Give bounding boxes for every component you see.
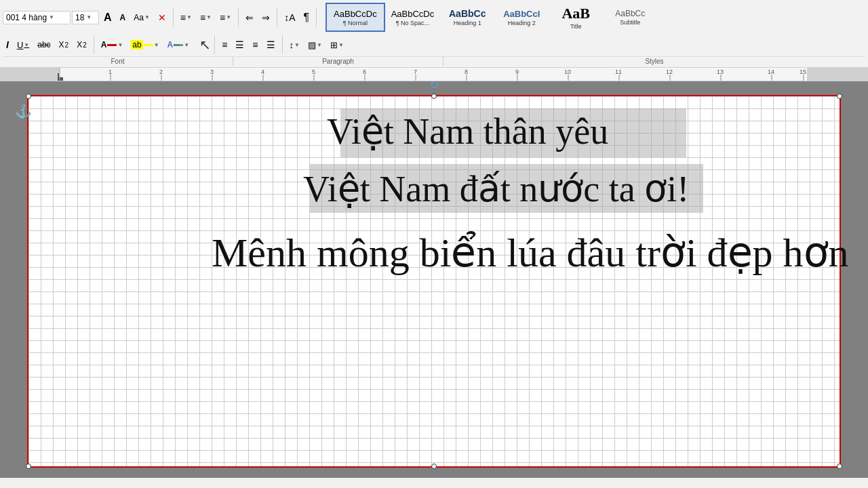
style-no-space[interactable]: AaBbCcDc ¶ No Spac... — [385, 3, 441, 32]
sep4 — [316, 8, 317, 27]
text-effect-group: A ▼ — [164, 37, 193, 53]
multilevel-icon: ≡ — [220, 12, 225, 23]
font-size-chevron: ▼ — [86, 14, 92, 20]
style-heading2[interactable]: AaBbCcI Heading 2 — [494, 3, 549, 32]
style-subtitle-preview: AaBbCc — [615, 9, 645, 18]
cursor-area: ↖ — [199, 37, 211, 53]
italic-button[interactable]: I — [3, 37, 12, 53]
bullets-button[interactable]: ≡ ▼ — [177, 9, 195, 26]
style-h2-preview: AaBbCcI — [503, 9, 540, 19]
toolbar-container: 001 4 hàng ▼ 18 ▼ A A Aa ▼ ✕ ≡ ▼ ≡ ▼ ≡ — [0, 0, 868, 68]
style-subtitle-label: Subtitle — [620, 19, 640, 26]
font-section-label: Font — [3, 57, 233, 66]
numbering-icon: ≡ — [200, 12, 205, 23]
svg-text:2: 2 — [159, 68, 163, 75]
underline-label: U — [17, 40, 23, 50]
font-case-button[interactable]: Aa ▼ — [130, 9, 153, 26]
text-effect-button[interactable]: A ▼ — [164, 37, 193, 53]
style-no-space-preview: AaBbCcDc — [391, 9, 435, 19]
ruler: 1 2 3 4 5 6 7 8 9 10 11 12 13 14 15 — [0, 68, 868, 81]
resize-handle-tl[interactable] — [26, 94, 31, 99]
sort-button[interactable]: ↕A — [281, 9, 298, 26]
font-case-label: Aa — [134, 13, 144, 22]
justify-button[interactable]: ☰ — [263, 37, 279, 53]
font-color-group: A ▼ — [98, 37, 127, 53]
line-spacing-button[interactable]: ↕ ▼ — [286, 37, 303, 53]
text-effect-bar — [174, 44, 183, 46]
show-marks-button[interactable]: ¶ — [300, 9, 313, 26]
svg-text:4: 4 — [261, 68, 264, 75]
doc-line2: Việt Nam đất nước ta ơi! — [303, 167, 689, 210]
highlight-bar — [144, 44, 153, 46]
paragraph-section-label: Paragraph — [233, 57, 443, 66]
line-spacing-icon: ↕ — [290, 40, 294, 50]
svg-text:10: 10 — [564, 68, 571, 75]
multilevel-button[interactable]: ≡ ▼ — [216, 9, 235, 26]
resize-handle-bl[interactable] — [26, 464, 31, 469]
svg-text:7: 7 — [414, 68, 417, 75]
clear-format-button[interactable]: ✕ — [155, 9, 170, 26]
font-name-chevron: ▼ — [49, 14, 54, 20]
bullets-icon: ≡ — [180, 12, 186, 23]
shading-button[interactable]: ▨ ▼ — [304, 37, 326, 53]
resize-handle-br[interactable] — [837, 464, 842, 469]
font-color-icon: A — [101, 40, 107, 49]
svg-text:14: 14 — [768, 68, 774, 75]
strikethrough-button[interactable]: abc — [34, 37, 54, 53]
font-name-dropdown[interactable]: 001 4 hàng ▼ — [3, 11, 71, 24]
sep6 — [214, 35, 215, 54]
font-size-dropdown[interactable]: 18 ▼ — [72, 11, 99, 24]
highlight-group: ab ▼ — [127, 37, 162, 53]
borders-icon: ⊞ — [330, 40, 338, 50]
shading-icon: ▨ — [308, 40, 316, 50]
underline-button[interactable]: U ▼ — [14, 37, 33, 53]
toolbar-row1: 001 4 hàng ▼ 18 ▼ A A Aa ▼ ✕ ≡ ▼ ≡ ▼ ≡ — [3, 1, 865, 33]
align-right-button[interactable]: ≡ — [249, 37, 261, 53]
styles-section-label: Styles — [443, 57, 865, 66]
style-subtitle[interactable]: AaBbCc Subtitle — [603, 3, 657, 32]
align-center-button[interactable]: ☰ — [232, 37, 248, 53]
sep5 — [94, 35, 94, 54]
highlight-icon: ab — [131, 40, 142, 49]
numbering-button[interactable]: ≡ ▼ — [197, 9, 215, 26]
align-left-button[interactable]: ≡ — [218, 37, 231, 53]
style-normal-preview: AaBbCcDc — [332, 9, 378, 19]
font-grow-button[interactable]: A — [100, 9, 115, 26]
style-h1-label: Heading 1 — [454, 20, 481, 26]
font-name-value: 001 4 hàng — [6, 13, 47, 22]
svg-text:6: 6 — [363, 68, 366, 75]
font-size-value: 18 — [75, 13, 84, 22]
svg-rect-0 — [0, 68, 868, 81]
doc-line1: Việt Nam thân yêu — [327, 110, 608, 152]
svg-text:11: 11 — [615, 68, 622, 75]
resize-handle-tc[interactable] — [431, 94, 437, 99]
style-h1-preview: AaBbCc — [449, 8, 486, 19]
resize-handle-bc[interactable] — [431, 464, 437, 469]
toolbar-row2: I U ▼ abc X2 X2 A ▼ ab ▼ — [3, 33, 865, 56]
ruler-svg: 1 2 3 4 5 6 7 8 9 10 11 12 13 14 15 — [0, 68, 868, 81]
resize-handle-tr[interactable] — [837, 94, 842, 99]
highlight-button[interactable]: ab ▼ — [127, 37, 162, 53]
font-color-button[interactable]: A ▼ — [98, 37, 127, 53]
document-canvas[interactable]: ⚓ ↻ Việt Nam thân yêu Việt Nam đất nước … — [27, 95, 841, 468]
font-color-bar — [107, 44, 117, 46]
styles-panel: AaBbCcDc ¶ Normal AaBbCcDc ¶ No Spac... … — [326, 3, 865, 32]
superscript-button[interactable]: X2 — [73, 37, 90, 53]
style-normal[interactable]: AaBbCcDc ¶ Normal — [326, 3, 385, 32]
subscript-button[interactable]: X2 — [56, 37, 73, 53]
style-title[interactable]: AaB Title — [549, 3, 603, 32]
section-labels: Font Paragraph Styles — [3, 56, 865, 66]
style-title-preview: AaB — [561, 5, 590, 22]
svg-text:1: 1 — [108, 68, 112, 75]
sep2 — [238, 8, 239, 27]
rotate-handle[interactable]: ↻ — [429, 81, 439, 92]
svg-text:13: 13 — [717, 68, 724, 75]
style-title-label: Title — [570, 23, 582, 30]
style-normal-label: ¶ Normal — [343, 20, 368, 26]
decrease-indent-button[interactable]: ⇐ — [242, 9, 257, 26]
strikethrough-label: abc — [37, 40, 50, 49]
font-shrink-button[interactable]: A — [117, 9, 130, 26]
increase-indent-button[interactable]: ⇒ — [258, 9, 273, 26]
borders-button[interactable]: ⊞ ▼ — [327, 37, 347, 53]
style-heading1[interactable]: AaBbCc Heading 1 — [440, 3, 494, 32]
